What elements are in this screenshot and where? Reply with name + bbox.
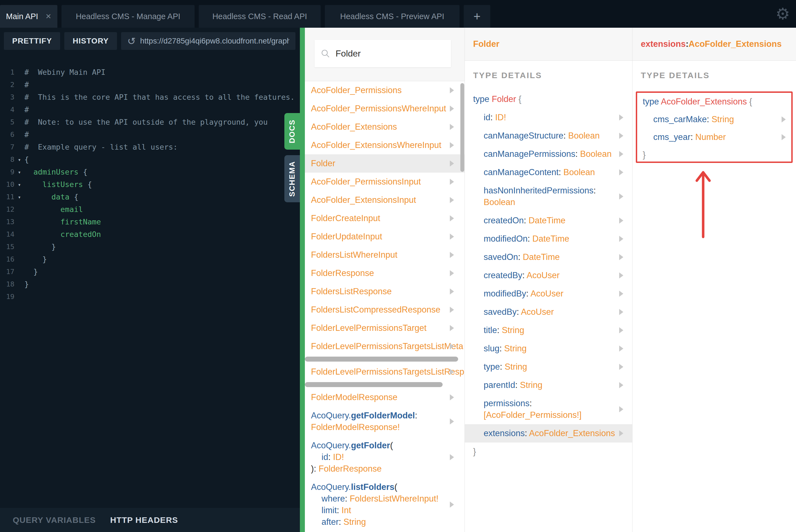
chevron-right-icon[interactable] [619, 406, 623, 412]
docs-type-item[interactable]: AcoQuery.listFolders(where: FoldersListW… [305, 478, 465, 531]
fold-caret-icon[interactable]: ▾ [14, 182, 24, 188]
chevron-right-icon[interactable] [450, 215, 454, 222]
editor-line[interactable]: 10▾ listUsers { [0, 178, 300, 191]
refresh-icon[interactable]: ↺ [127, 36, 135, 47]
chevron-right-icon[interactable] [450, 233, 454, 240]
chevron-right-icon[interactable] [450, 288, 454, 294]
type-field-row[interactable]: extensions: AcoFolder_Extensions [465, 424, 632, 442]
editor-line[interactable]: 11▾ data { [0, 191, 300, 203]
docs-search-input[interactable] [336, 49, 444, 59]
fold-caret-icon[interactable]: ▾ [14, 156, 24, 163]
editor-line[interactable]: 19 [0, 290, 300, 303]
extension-field-row[interactable]: cms_carMake: String [637, 111, 791, 128]
docs-type-item[interactable]: FoldersListResponse [305, 282, 465, 301]
editor-line[interactable]: 1# Webiny Main API [0, 66, 300, 78]
api-tab[interactable]: Headless CMS - Preview API [325, 5, 459, 28]
chevron-right-icon[interactable] [450, 106, 454, 112]
extension-field-row[interactable]: cms_year: Number [637, 128, 791, 146]
fold-caret-icon[interactable]: ▾ [14, 169, 24, 175]
chevron-right-icon[interactable] [450, 87, 454, 93]
chevron-right-icon[interactable] [619, 309, 623, 315]
editor-line[interactable]: 5# Note: to use the API outside of the p… [0, 116, 300, 128]
docs-type-item[interactable]: AcoFolder_Extensions [305, 118, 465, 136]
docs-type-item[interactable]: FolderModelResponse [305, 388, 465, 406]
chevron-right-icon[interactable] [619, 169, 623, 175]
settings-gear-icon[interactable]: ⚙ [776, 2, 790, 26]
chevron-right-icon[interactable] [619, 236, 623, 242]
editor-line[interactable]: 4# [0, 103, 300, 116]
chevron-right-icon[interactable] [619, 382, 623, 388]
type-field-row[interactable]: } [465, 442, 632, 461]
horizontal-scrollbar[interactable] [305, 382, 443, 387]
chevron-right-icon[interactable] [450, 197, 454, 203]
type-field-row[interactable]: savedBy: AcoUser [465, 303, 632, 321]
history-button[interactable]: HISTORY [64, 32, 117, 50]
api-tab[interactable]: Main API✕ [0, 5, 57, 28]
docs-type-item[interactable]: FolderLevelPermissionsTargetsListMeta [305, 337, 465, 356]
chevron-right-icon[interactable] [619, 114, 623, 120]
editor-line[interactable]: 9▾ adminUsers { [0, 166, 300, 178]
docs-type-item[interactable]: FoldersListCompressedResponse [305, 301, 465, 319]
query-editor[interactable]: 1# Webiny Main API2#3# This is the core … [0, 59, 300, 508]
docs-type-item[interactable]: AcoQuery.getFolder(id: ID!): FolderRespo… [305, 436, 465, 478]
chevron-right-icon[interactable] [782, 116, 786, 122]
close-icon[interactable]: ✕ [45, 12, 52, 21]
type-field-row[interactable]: modifiedBy: AcoUser [465, 285, 632, 303]
chevron-right-icon[interactable] [619, 291, 623, 297]
chevron-right-icon[interactable] [619, 272, 623, 279]
type-field-row[interactable]: slug: String [465, 339, 632, 358]
type-field-row[interactable]: createdBy: AcoUser [465, 266, 632, 285]
editor-line[interactable]: 16 } [0, 253, 300, 265]
chevron-right-icon[interactable] [450, 307, 454, 313]
docs-type-item[interactable]: FoldersListWhereInput [305, 246, 465, 264]
chevron-right-icon[interactable] [450, 454, 454, 460]
editor-line[interactable]: 13 firstName [0, 215, 300, 228]
extension-field-row[interactable]: type AcoFolder_Extensions { [637, 93, 791, 111]
type-field-row[interactable]: permissions:[AcoFolder_Permissions!] [465, 394, 632, 424]
type-field-row[interactable]: modifiedOn: DateTime [465, 230, 632, 248]
docs-type-item[interactable]: FolderLevelPermissionsTargetsListRespo [305, 363, 465, 381]
type-field-row[interactable]: hasNonInheritedPermissions:Boolean [465, 182, 632, 211]
editor-line[interactable]: 7# Example query - list all users: [0, 141, 300, 153]
docs-type-item[interactable]: AcoFolder_PermissionsInput [305, 173, 465, 191]
docs-type-item[interactable]: FolderResponse [305, 264, 465, 282]
chevron-right-icon[interactable] [619, 217, 623, 224]
query-variables-toggle[interactable]: QUERY VARIABLES [13, 515, 96, 525]
chevron-right-icon[interactable] [450, 394, 454, 400]
http-headers-toggle[interactable]: HTTP HEADERS [110, 515, 178, 525]
type-field-row[interactable]: parentId: String [465, 376, 632, 394]
editor-line[interactable]: 18} [0, 278, 300, 290]
type-field-row[interactable]: canManagePermissions: Boolean [465, 145, 632, 163]
chevron-right-icon[interactable] [450, 325, 454, 331]
docs-type-item[interactable]: AcoFolder_ExtensionsWhereInput [305, 136, 465, 154]
docs-search-box[interactable] [315, 40, 451, 67]
chevron-right-icon[interactable] [450, 270, 454, 276]
api-tab[interactable]: Headless CMS - Manage API [61, 5, 194, 28]
fold-caret-icon[interactable]: ▾ [14, 194, 24, 200]
horizontal-scrollbar[interactable] [305, 357, 458, 362]
type-field-row[interactable]: type: String [465, 358, 632, 376]
chevron-right-icon[interactable] [619, 133, 623, 139]
prettify-button[interactable]: PRETTIFY [4, 32, 60, 50]
editor-line[interactable]: 3# This is the core API that has access … [0, 91, 300, 103]
chevron-right-icon[interactable] [450, 343, 454, 349]
api-tab[interactable]: Headless CMS - Read API [199, 5, 321, 28]
chevron-right-icon[interactable] [619, 364, 623, 370]
docs-type-item[interactable]: AcoFolder_PermissionsWhereInput [305, 99, 465, 118]
type-field-row[interactable]: canManageStructure: Boolean [465, 127, 632, 145]
chevron-right-icon[interactable] [450, 179, 454, 185]
chevron-right-icon[interactable] [450, 160, 454, 167]
chevron-right-icon[interactable] [619, 345, 623, 352]
type-field-row[interactable]: createdOn: DateTime [465, 211, 632, 230]
editor-line[interactable]: 15 } [0, 241, 300, 253]
chevron-right-icon[interactable] [619, 193, 623, 200]
editor-line[interactable]: 8▾{ [0, 153, 300, 166]
schema-tab[interactable]: SCHEMA [284, 155, 300, 202]
endpoint-url-bar[interactable]: ↺ https://d2785gi4qi6pw8.cloudfront.net/… [121, 32, 296, 50]
docs-type-item[interactable]: FolderCreateInput [305, 209, 465, 227]
docs-type-item[interactable]: AcoFolder_Permissions [305, 81, 465, 99]
add-tab-button[interactable]: + [464, 5, 490, 28]
chevron-right-icon[interactable] [450, 418, 454, 424]
docs-type-item[interactable]: AcoQuery.getFolderModel:FolderModelRespo… [305, 406, 465, 436]
editor-line[interactable]: 17 } [0, 265, 300, 278]
